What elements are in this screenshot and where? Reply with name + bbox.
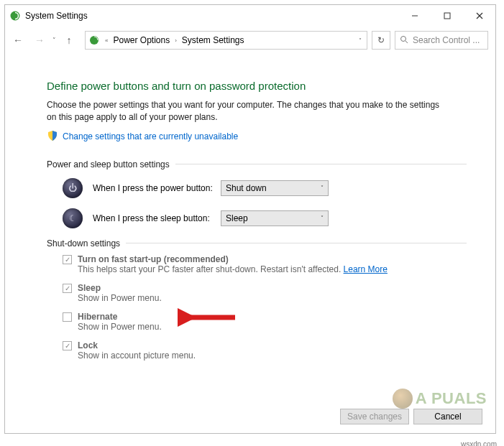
- sleep-opt-title: Sleep: [78, 283, 162, 293]
- back-button[interactable]: ←: [9, 32, 27, 49]
- maximize-button[interactable]: [431, 6, 463, 27]
- forward-button: →: [31, 32, 48, 49]
- hibernate-opt-title: Hibernate: [78, 312, 162, 322]
- content: Define power buttons and turn on passwor…: [5, 54, 495, 361]
- hibernate-checkbox: [63, 312, 72, 322]
- sleep-button-value: Sleep: [226, 213, 248, 223]
- page-title: Define power buttons and turn on passwor…: [47, 80, 467, 92]
- arrow-annotation: [178, 307, 242, 327]
- search-input[interactable]: Search Control ...: [395, 31, 488, 50]
- settings-window: System Settings ← → ˅ ↑ «: [4, 4, 496, 434]
- shield-icon: [47, 130, 58, 144]
- hibernate-opt-sub: Show in Power menu.: [78, 322, 162, 332]
- fast-startup-sub: This helps start your PC faster after sh…: [78, 264, 388, 274]
- learn-more-link[interactable]: Learn More: [344, 264, 388, 274]
- search-placeholder: Search Control ...: [413, 35, 480, 45]
- footer-buttons: Save changes Cancel: [340, 409, 482, 424]
- minimize-button[interactable]: [398, 6, 431, 27]
- power-button-select[interactable]: Shut down ˅: [221, 180, 329, 196]
- cancel-button[interactable]: Cancel: [413, 409, 482, 424]
- titlebar: System Settings: [5, 5, 495, 27]
- address-dropdown-icon[interactable]: ˅: [359, 37, 364, 44]
- separator: [126, 243, 467, 243]
- history-dropdown[interactable]: ˅: [52, 37, 56, 44]
- separator: [175, 164, 467, 164]
- app-icon: [9, 10, 21, 22]
- lock-checkbox: ✓: [63, 341, 72, 350]
- section-shutdown: Shut-down settings: [47, 238, 120, 248]
- window-title: System Settings: [25, 11, 398, 21]
- sleep-button-label: When I press the sleep button:: [93, 213, 221, 223]
- lock-opt-title: Lock: [78, 340, 196, 350]
- up-button[interactable]: ↑: [60, 32, 78, 49]
- sleep-icon: ☾: [63, 208, 83, 228]
- crumb-system-settings[interactable]: System Settings: [182, 35, 244, 45]
- location-icon: [88, 34, 100, 46]
- svg-line-7: [406, 41, 408, 43]
- close-button[interactable]: [463, 6, 495, 27]
- fast-startup-title: Turn on fast start-up (recommended): [78, 254, 388, 264]
- sleep-checkbox: ✓: [63, 284, 72, 293]
- address-bar[interactable]: « Power Options › System Settings ˅: [85, 31, 367, 50]
- crumb-power-options[interactable]: Power Options: [113, 35, 170, 45]
- fast-startup-checkbox: ✓: [63, 255, 72, 264]
- power-icon: ⏻: [63, 178, 83, 198]
- admin-settings-link[interactable]: Change settings that are currently unava…: [63, 131, 238, 141]
- power-button-value: Shut down: [226, 183, 267, 193]
- credit-text: wsxdn.com: [461, 440, 497, 446]
- svg-point-5: [90, 36, 98, 45]
- chevron-down-icon: ˅: [321, 215, 324, 221]
- power-button-label: When I press the power button:: [93, 183, 221, 193]
- chevron-icon: «: [105, 37, 108, 44]
- section-power-sleep: Power and sleep button settings: [47, 159, 170, 169]
- toolbar: ← → ˅ ↑ « Power Options › System Setting…: [5, 27, 495, 54]
- sleep-opt-sub: Show in Power menu.: [78, 293, 162, 303]
- refresh-button[interactable]: ↻: [372, 31, 390, 50]
- save-button: Save changes: [340, 409, 409, 424]
- page-description: Choose the power settings that you want …: [47, 99, 449, 124]
- svg-point-6: [401, 36, 406, 41]
- chevron-icon: ›: [175, 37, 177, 44]
- watermark: A PUALS: [393, 389, 487, 409]
- svg-rect-2: [444, 13, 450, 19]
- search-icon: [400, 35, 408, 46]
- sleep-button-select[interactable]: Sleep ˅: [221, 210, 329, 226]
- chevron-down-icon: ˅: [321, 185, 324, 191]
- watermark-icon: [393, 389, 413, 409]
- lock-opt-sub: Show in account picture menu.: [78, 350, 196, 361]
